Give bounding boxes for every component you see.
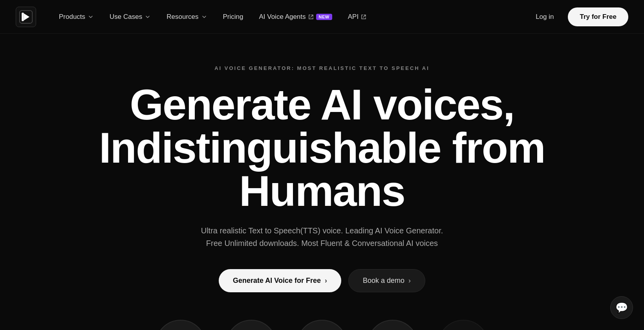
hero-buttons: Generate AI Voice for Free › Book a demo… (219, 269, 425, 292)
hero-title-line3: Humans (239, 167, 405, 215)
try-free-button[interactable]: Try for Free (568, 7, 628, 26)
audio-player-5[interactable] (438, 320, 489, 330)
chat-bubble-button[interactable]: 💬 (610, 296, 633, 319)
nav-label-use-cases: Use Cases (110, 13, 142, 21)
hero-eyebrow: AI VOICE GENERATOR: MOST REALISTIC TEXT … (214, 65, 430, 71)
hero-section: AI VOICE GENERATOR: MOST REALISTIC TEXT … (0, 34, 644, 320)
nav-label-products: Products (59, 13, 85, 21)
nav-item-api[interactable]: API (341, 9, 373, 25)
audio-player-1[interactable] (155, 320, 206, 330)
login-button[interactable]: Log in (529, 10, 560, 24)
chevron-down-icon (145, 14, 151, 20)
navbar-right: Log in Try for Free (529, 7, 628, 26)
hero-subtitle: Ultra realistic Text to Speech(TTS) voic… (201, 224, 443, 249)
navbar: Products Use Cases Resources (0, 0, 644, 34)
nav-item-use-cases[interactable]: Use Cases (102, 9, 158, 25)
navbar-left: Products Use Cases Resources (16, 7, 373, 27)
audio-players-row (0, 320, 644, 330)
book-demo-button[interactable]: Book a demo › (348, 269, 425, 292)
chat-icon: 💬 (615, 302, 628, 314)
external-link-icon (308, 14, 314, 20)
nav-item-resources[interactable]: Resources (159, 9, 214, 25)
book-demo-label: Book a demo (363, 277, 404, 285)
generate-voice-button[interactable]: Generate AI Voice for Free › (219, 269, 341, 292)
hero-title: Generate AI voices, Indistinguishable fr… (99, 83, 545, 213)
hero-title-line1: Generate AI voices, (130, 80, 514, 128)
audio-player-2[interactable] (226, 320, 277, 330)
nav-item-ai-voice-agents[interactable]: AI Voice Agents NEW (252, 9, 339, 25)
audio-player-3[interactable] (296, 320, 348, 330)
external-link-icon (361, 14, 366, 20)
nav-item-products[interactable]: Products (52, 9, 101, 25)
svg-marker-1 (24, 13, 29, 20)
nav-item-pricing[interactable]: Pricing (216, 9, 251, 25)
nav-label-ai-voice-agents: AI Voice Agents (259, 13, 306, 21)
arrow-icon: › (325, 277, 327, 285)
generate-voice-label: Generate AI Voice for Free (233, 277, 321, 285)
hero-title-line2: Indistinguishable from (99, 123, 545, 172)
new-badge: NEW (316, 14, 332, 20)
logo[interactable] (16, 7, 36, 27)
main-nav: Products Use Cases Resources (52, 9, 373, 25)
svg-rect-2 (22, 13, 24, 21)
audio-player-4[interactable] (367, 320, 418, 330)
chevron-down-icon (88, 14, 94, 20)
nav-label-pricing: Pricing (223, 13, 243, 21)
nav-label-resources: Resources (166, 13, 198, 21)
nav-label-api: API (348, 13, 359, 21)
chevron-down-icon (201, 14, 207, 20)
arrow-icon: › (408, 277, 411, 285)
